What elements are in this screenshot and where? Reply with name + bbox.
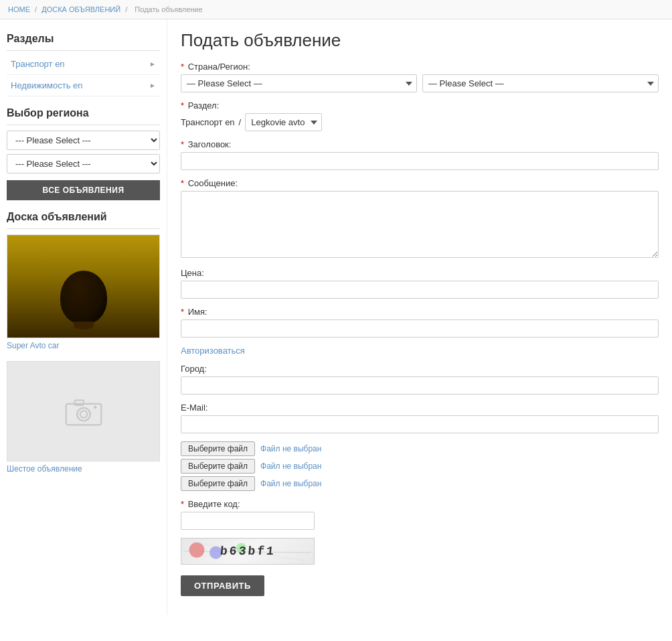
file-upload-btn-3[interactable]: Выберите файл (181, 476, 255, 491)
file-upload-row-1: Выберите файл Файл не выбран (181, 441, 659, 456)
headline-label: * Заголовок: (181, 139, 659, 149)
sidebar-item-label: Транспорт en (11, 59, 65, 69)
chevron-right-icon: ► (149, 60, 156, 68)
breadcrumb-home[interactable]: HOME (8, 5, 30, 13)
sidebar-ad-1: Super Avto car (7, 234, 160, 353)
city-input[interactable] (181, 376, 659, 395)
sidebar-ad-1-title[interactable]: Super Avto car (7, 338, 160, 353)
code-input[interactable] (181, 512, 315, 530)
chevron-right-icon: ► (149, 82, 156, 89)
price-input[interactable] (181, 281, 659, 299)
svg-point-4 (94, 406, 97, 409)
file-upload-btn-1[interactable]: Выберите файл (181, 441, 255, 456)
city-row: Город: (181, 364, 659, 395)
section-label: * Раздел: (181, 100, 659, 111)
name-label: * Имя: (181, 307, 659, 317)
sidebar-board-title: Доска объявлений (7, 200, 160, 229)
required-mark: * (181, 307, 184, 317)
required-mark: * (181, 62, 184, 72)
sidebar-item-realestate[interactable]: Недвижимость en ► (7, 75, 160, 96)
submit-row: ОТПРАВИТЬ (181, 573, 659, 596)
email-label: E-Mail: (181, 403, 659, 413)
message-row: * Сообщение: (181, 178, 659, 260)
file-not-selected-3: Файл не выбран (260, 479, 321, 488)
sidebar-region-select-2[interactable]: --- Please Select --- (7, 154, 160, 173)
breadcrumb-sep1: / (35, 5, 37, 13)
breadcrumb: HOME / ДОСКА ОБЪЯВЛЕНИЙ / Подать объявле… (0, 0, 672, 19)
message-label: * Сообщение: (181, 178, 659, 188)
camera-icon (64, 391, 104, 431)
main-content: Подать объявление * Страна/Регион: — Ple… (167, 19, 672, 615)
breadcrumb-board[interactable]: ДОСКА ОБЪЯВЛЕНИЙ (41, 5, 120, 13)
section-subsection-select[interactable]: Legkovie avto (245, 113, 322, 131)
name-row: * Имя: (181, 307, 659, 338)
captcha-row: b63bf1 (181, 538, 659, 565)
sidebar: Разделы Транспорт en ► Недвижимость en ►… (0, 19, 167, 615)
sidebar-region-select-1[interactable]: --- Please Select --- (7, 131, 160, 150)
required-mark: * (181, 499, 184, 509)
sidebar-item-label: Недвижимость en (11, 80, 83, 90)
all-ads-button[interactable]: ВСЕ ОБЪЯВЛЕНИЯ (7, 180, 160, 200)
file-not-selected-1: Файл не выбран (260, 444, 321, 453)
authorize-row: Авторизоваться (181, 346, 659, 356)
breadcrumb-sep2: / (125, 5, 127, 13)
captcha-image: b63bf1 (181, 538, 315, 565)
required-mark: * (181, 139, 184, 149)
sidebar-ad-2-image (7, 361, 160, 461)
price-row: Цена: (181, 268, 659, 299)
country-region-selects: — Please Select — — Please Select — (181, 74, 659, 92)
svg-point-5 (189, 543, 205, 558)
file-upload-row-3: Выберите файл Файл не выбран (181, 476, 659, 491)
name-input[interactable] (181, 319, 659, 338)
required-mark: * (181, 178, 184, 188)
file-upload-row-2: Выберите файл Файл не выбран (181, 459, 659, 474)
section-transport-text: Транспорт en (181, 117, 235, 127)
file-upload-btn-2[interactable]: Выберите файл (181, 459, 255, 474)
price-label: Цена: (181, 268, 659, 278)
sidebar-ad-2: Шестое объявление (7, 361, 160, 476)
page-title: Подать объявление (181, 30, 659, 51)
country-region-label: * Страна/Регион: (181, 62, 659, 72)
svg-point-1 (77, 408, 90, 421)
email-input[interactable] (181, 415, 659, 433)
file-not-selected-2: Файл не выбран (260, 461, 321, 471)
country-region-row: * Страна/Регион: — Please Select — — Ple… (181, 62, 659, 92)
captcha-text: b63bf1 (220, 545, 276, 558)
headline-input[interactable] (181, 152, 659, 170)
authorize-link[interactable]: Авторизоваться (181, 346, 245, 356)
city-label: Город: (181, 364, 659, 374)
region-select[interactable]: — Please Select — (422, 74, 659, 92)
country-select[interactable]: — Please Select — (181, 74, 417, 92)
message-textarea[interactable] (181, 191, 659, 258)
sidebar-sections-title: Разделы (7, 26, 160, 51)
section-select-container: Транспорт en / Legkovie avto (181, 113, 659, 131)
breadcrumb-current: Подать объявление (135, 5, 202, 13)
file-upload-section: Выберите файл Файл не выбран Выберите фа… (181, 441, 659, 491)
sidebar-ad-2-title[interactable]: Шестое объявление (7, 461, 160, 476)
code-label-row: * Введите код: (181, 499, 659, 530)
email-row: E-Mail: (181, 403, 659, 433)
section-separator: / (239, 117, 242, 127)
sidebar-region-title: Выбор региона (7, 96, 160, 125)
headline-row: * Заголовок: (181, 139, 659, 170)
svg-point-2 (80, 411, 87, 418)
required-mark: * (181, 100, 184, 111)
code-label: * Введите код: (181, 499, 659, 509)
submit-button[interactable]: ОТПРАВИТЬ (181, 575, 264, 596)
section-row: * Раздел: Транспорт en / Legkovie avto (181, 100, 659, 131)
sidebar-item-transport[interactable]: Транспорт en ► (7, 54, 160, 75)
